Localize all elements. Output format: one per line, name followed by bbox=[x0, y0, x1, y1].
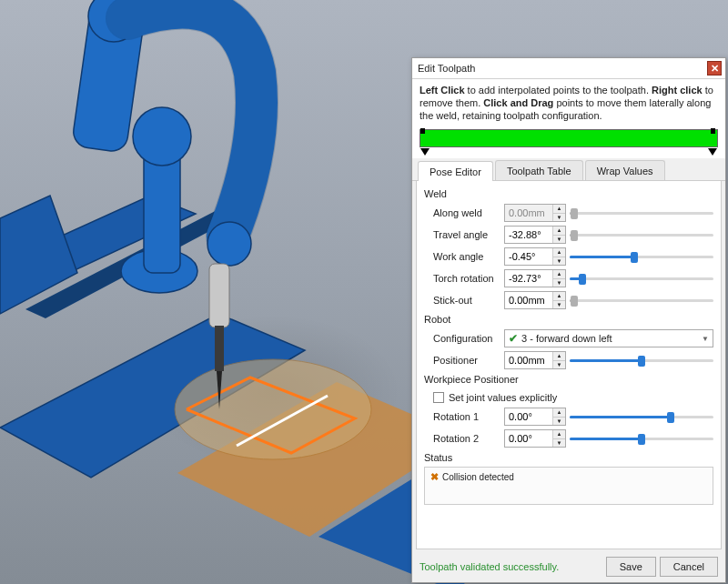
rotation1-input[interactable] bbox=[505, 408, 552, 425]
explicit-joints-checkbox[interactable] bbox=[433, 392, 444, 403]
spinner-down-icon[interactable]: ▼ bbox=[553, 361, 565, 369]
torch-rotation-label: Torch rotation bbox=[424, 273, 500, 284]
timeline-start-flag-icon bbox=[420, 128, 425, 134]
travel-angle-slider[interactable] bbox=[570, 227, 713, 242]
save-button[interactable]: Save bbox=[606, 557, 656, 577]
cancel-button[interactable]: Cancel bbox=[660, 557, 718, 577]
stick-out-slider[interactable] bbox=[570, 293, 713, 307]
torch-rotation-input[interactable] bbox=[505, 270, 552, 287]
svg-rect-15 bbox=[215, 326, 224, 371]
positioner-spinner[interactable]: ▲▼ bbox=[504, 351, 566, 369]
positioner-slider[interactable] bbox=[570, 353, 713, 368]
stick-out-label: Stick-out bbox=[424, 295, 500, 306]
pose-editor-body: Weld Along weld ▲▼ Travel angle ▲▼ Work … bbox=[416, 181, 722, 549]
spinner-up-icon[interactable]: ▲ bbox=[553, 292, 565, 301]
group-robot-title: Robot bbox=[424, 314, 713, 325]
spinner-down-icon[interactable]: ▼ bbox=[553, 257, 565, 266]
work-angle-spinner[interactable]: ▲▼ bbox=[504, 247, 566, 266]
along-weld-slider[interactable] bbox=[570, 206, 713, 220]
timeline-start-marker-icon[interactable] bbox=[420, 148, 430, 156]
svg-point-10 bbox=[133, 107, 191, 166]
along-weld-spinner[interactable]: ▲▼ bbox=[504, 204, 566, 222]
configuration-label: Configuration bbox=[424, 333, 500, 344]
along-weld-input bbox=[505, 205, 552, 221]
spinner-up-icon[interactable]: ▲ bbox=[553, 430, 565, 439]
travel-angle-spinner[interactable]: ▲▼ bbox=[504, 226, 566, 244]
spinner-up-icon[interactable]: ▲ bbox=[553, 408, 565, 418]
spinner-down-icon[interactable]: ▼ bbox=[553, 214, 565, 222]
travel-angle-input[interactable] bbox=[505, 227, 552, 243]
configuration-select[interactable]: ✔ 3 - forward down left ▼ bbox=[504, 329, 713, 347]
torch-rotation-spinner[interactable]: ▲▼ bbox=[504, 269, 566, 287]
error-icon: ✖ bbox=[430, 471, 439, 483]
timeline-end-flag-icon bbox=[711, 128, 715, 134]
tab-bar: Pose Editor Toolpath Table Wrap Values bbox=[412, 158, 725, 181]
check-icon: ✔ bbox=[509, 332, 518, 345]
rotation2-input[interactable] bbox=[505, 430, 552, 447]
stick-out-spinner[interactable]: ▲▼ bbox=[504, 291, 566, 309]
work-angle-input[interactable] bbox=[505, 248, 552, 265]
rotation2-spinner[interactable]: ▲▼ bbox=[504, 429, 566, 448]
travel-angle-label: Travel angle bbox=[424, 229, 500, 240]
svg-point-13 bbox=[207, 222, 251, 266]
spinner-down-icon[interactable]: ▼ bbox=[553, 418, 565, 426]
spinner-up-icon[interactable]: ▲ bbox=[553, 227, 565, 236]
spinner-up-icon[interactable]: ▲ bbox=[553, 270, 565, 279]
spinner-down-icon[interactable]: ▼ bbox=[553, 279, 565, 287]
rotation1-slider[interactable] bbox=[570, 409, 713, 424]
chevron-down-icon: ▼ bbox=[702, 335, 709, 343]
rotation2-slider[interactable] bbox=[570, 431, 713, 446]
torch-rotation-slider[interactable] bbox=[570, 271, 713, 286]
positioner-input[interactable] bbox=[505, 352, 552, 368]
timeline-end-marker-icon[interactable] bbox=[708, 148, 717, 156]
tab-pose-editor[interactable]: Pose Editor bbox=[418, 161, 493, 181]
status-collision-text: Collision detected bbox=[442, 472, 514, 482]
edit-toolpath-dialog: Edit Toolpath ✕ Left Click to add interp… bbox=[411, 57, 726, 583]
rotation1-label: Rotation 1 bbox=[424, 411, 500, 422]
configuration-value: 3 - forward down left bbox=[521, 333, 612, 344]
along-weld-label: Along weld bbox=[424, 207, 500, 218]
instructions-text: Left Click to add interpolated points to… bbox=[412, 79, 725, 126]
work-angle-slider[interactable] bbox=[570, 249, 713, 264]
rotation2-label: Rotation 2 bbox=[424, 433, 500, 444]
spinner-down-icon[interactable]: ▼ bbox=[553, 301, 565, 309]
work-angle-label: Work angle bbox=[424, 251, 500, 262]
spinner-up-icon[interactable]: ▲ bbox=[553, 205, 565, 214]
timeline[interactable] bbox=[412, 126, 725, 158]
group-workpiece-title: Workpiece Positioner bbox=[424, 374, 713, 385]
close-icon[interactable]: ✕ bbox=[707, 61, 722, 76]
rotation1-spinner[interactable]: ▲▼ bbox=[504, 408, 566, 426]
explicit-joints-label: Set joint values explicitly bbox=[449, 392, 557, 403]
spinner-down-icon[interactable]: ▼ bbox=[553, 439, 565, 448]
group-weld-title: Weld bbox=[424, 188, 713, 199]
dialog-title: Edit Toolpath bbox=[418, 63, 475, 74]
dialog-footer: Toolpath validated successfully. Save Ca… bbox=[412, 553, 725, 582]
spinner-up-icon[interactable]: ▲ bbox=[553, 352, 565, 361]
timeline-bar[interactable] bbox=[420, 129, 718, 147]
validated-message: Toolpath validated successfully. bbox=[420, 561, 559, 572]
spinner-up-icon[interactable]: ▲ bbox=[553, 248, 565, 257]
dialog-titlebar[interactable]: Edit Toolpath ✕ bbox=[412, 58, 725, 79]
svg-rect-14 bbox=[209, 264, 229, 327]
positioner-label: Positioner bbox=[424, 355, 500, 366]
status-box: ✖ Collision detected bbox=[424, 467, 713, 505]
tab-wrap-values[interactable]: Wrap Values bbox=[585, 160, 665, 180]
stick-out-input[interactable] bbox=[505, 292, 552, 308]
group-status-title: Status bbox=[424, 452, 713, 463]
spinner-down-icon[interactable]: ▼ bbox=[553, 236, 565, 244]
tab-toolpath-table[interactable]: Toolpath Table bbox=[495, 160, 583, 180]
